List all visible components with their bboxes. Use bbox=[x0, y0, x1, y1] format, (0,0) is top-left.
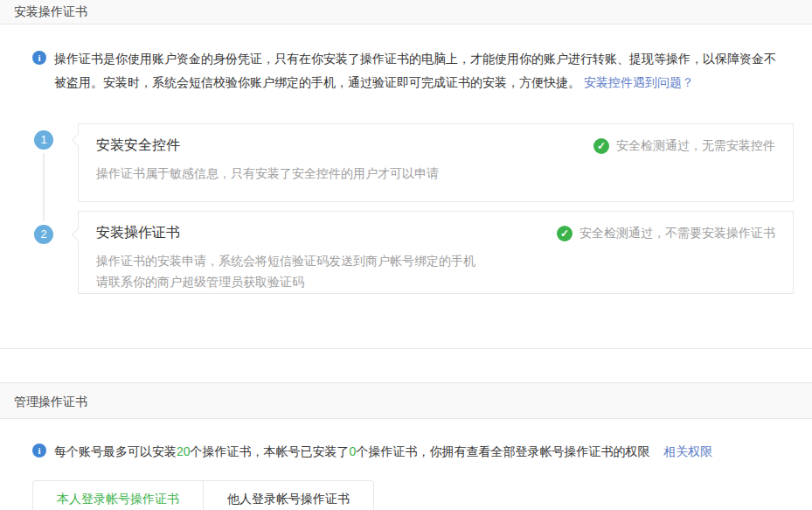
step-2-title: 安装操作证书 bbox=[96, 224, 180, 242]
step-2-panel: 安装操作证书 ✓ 安全检测通过，不需要安装操作证书 操作证书的安装申请，系统会将… bbox=[78, 211, 794, 294]
install-section-title: 安装操作证书 bbox=[14, 4, 87, 18]
install-section-header: 安装操作证书 bbox=[0, 0, 812, 24]
section-gap bbox=[0, 349, 812, 382]
step-1-description: 操作证书属于敏感信息，只有安装了安全控件的用户才可以申请 bbox=[96, 163, 775, 185]
manage-info-text: 每个账号最多可以安装20个操作证书，本帐号已安装了0个操作证书，你拥有查看全部登… bbox=[54, 440, 712, 464]
manage-section-header: 管理操作证书 bbox=[0, 382, 812, 419]
install-intro-text: 操作证书是你使用账户资金的身份凭证，只有在你安装了操作证书的电脑上，才能使用你的… bbox=[54, 47, 779, 94]
install-intro: i 操作证书是你使用账户资金的身份凭证，只有在你安装了操作证书的电脑上，才能使用… bbox=[0, 24, 812, 94]
step-2-panel-notch bbox=[72, 228, 84, 241]
step-2-status-text: 安全检测通过，不需要安装操作证书 bbox=[580, 226, 775, 241]
manage-section-card: i 每个账号最多可以安装20个操作证书，本帐号已安装了0个操作证书，你拥有查看全… bbox=[0, 419, 812, 510]
step-1-panel-notch bbox=[72, 134, 84, 146]
step-1-panel: 安装安全控件 ✓ 安全检测通过，无需安装控件 操作证书属于敏感信息，只有安装了安… bbox=[78, 123, 794, 202]
tab-other-account-certs[interactable]: 他人登录帐号操作证书 bbox=[203, 481, 373, 510]
install-help-link[interactable]: 安装控件遇到问题？ bbox=[584, 75, 694, 89]
step-2-number-badge: 2 bbox=[34, 225, 53, 244]
step-connector-line bbox=[43, 153, 45, 221]
step-1-status: ✓ 安全检测通过，无需安装控件 bbox=[593, 138, 775, 154]
step-1-title: 安装安全控件 bbox=[96, 136, 180, 155]
manage-info-part1: 每个账号最多可以安装 bbox=[54, 444, 177, 458]
manage-info-part2: 个操作证书，本帐号已安装了 bbox=[191, 444, 350, 458]
install-steps: 1 2 安装安全控件 ✓ 安全检测通过，无需安装控件 操作证书属于敏感信息，只有… bbox=[0, 123, 812, 294]
step-1-status-text: 安全检测通过，无需安装控件 bbox=[616, 138, 775, 154]
install-section-card: i 操作证书是你使用账户资金的身份凭证，只有在你安装了操作证书的电脑上，才能使用… bbox=[0, 24, 812, 349]
step-2-header: 安装操作证书 ✓ 安全检测通过，不需要安装操作证书 bbox=[96, 224, 775, 242]
info-icon: i bbox=[32, 51, 46, 65]
tab-own-account-certs[interactable]: 本人登录帐号操作证书 bbox=[33, 481, 203, 510]
step-2-description-line-2: 请联系你的商户超级管理员获取验证码 bbox=[96, 271, 775, 292]
manage-info: i 每个账号最多可以安装20个操作证书，本帐号已安装了0个操作证书，你拥有查看全… bbox=[0, 419, 812, 464]
step-1-header: 安装安全控件 ✓ 安全检测通过，无需安装控件 bbox=[96, 136, 775, 155]
step-1-number-badge: 1 bbox=[34, 130, 53, 150]
check-circle-icon: ✓ bbox=[557, 226, 573, 241]
related-permissions-link[interactable]: 相关权限 bbox=[663, 444, 712, 458]
step-2-status: ✓ 安全检测通过，不需要安装操作证书 bbox=[557, 226, 775, 241]
manage-info-part3: 个操作证书，你拥有查看全部登录帐号操作证书的权限 bbox=[356, 444, 649, 458]
manage-section-title: 管理操作证书 bbox=[14, 395, 87, 409]
info-icon: i bbox=[32, 444, 46, 458]
cert-tabs: 本人登录帐号操作证书 他人登录帐号操作证书 bbox=[32, 480, 374, 510]
check-circle-icon: ✓ bbox=[593, 138, 609, 154]
max-cert-count: 20 bbox=[177, 444, 191, 458]
step-2-description-line-1: 操作证书的安装申请，系统会将短信验证码发送到商户帐号绑定的手机 bbox=[96, 250, 775, 271]
